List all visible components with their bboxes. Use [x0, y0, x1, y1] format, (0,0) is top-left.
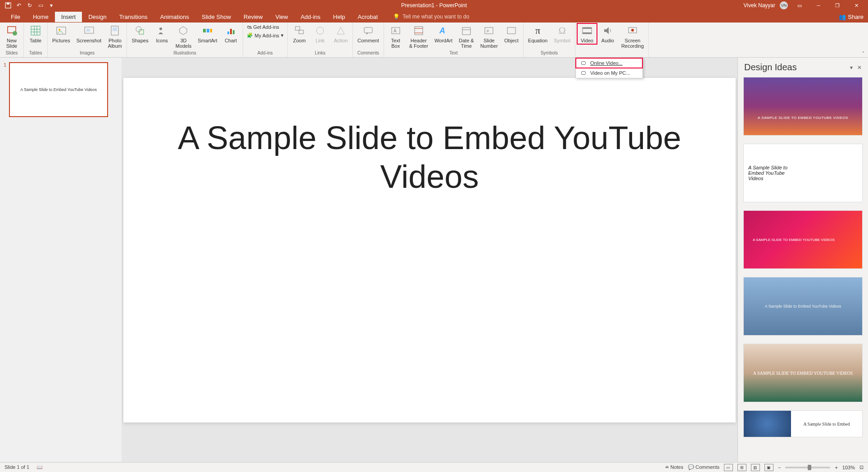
save-icon[interactable] — [5, 2, 12, 9]
tab-animations[interactable]: Animations — [154, 12, 195, 22]
panel-close-icon[interactable]: ✕ — [857, 64, 862, 71]
collapse-ribbon-icon[interactable]: ˄ — [862, 51, 864, 56]
tab-insert[interactable]: Insert — [55, 12, 82, 22]
icons-button[interactable]: Icons — [152, 23, 172, 44]
maximize-icon[interactable]: ❐ — [830, 0, 845, 11]
screenshot-button[interactable]: Screenshot — [74, 23, 104, 44]
zoom-out-button[interactable]: − — [778, 465, 781, 470]
smartart-button[interactable]: SmartArt — [195, 23, 220, 44]
online-video-item[interactable]: 🖵 Online Video... — [576, 58, 642, 68]
share-button[interactable]: 👥 Share — [839, 14, 863, 20]
svg-marker-30 — [366, 33, 368, 35]
object-button[interactable]: Object — [502, 23, 521, 44]
fit-to-window-button[interactable]: ⊡ — [859, 464, 863, 470]
pictures-icon — [55, 24, 68, 37]
slide-number-button[interactable]: #Slide Number — [478, 23, 501, 50]
tab-review[interactable]: Review — [237, 12, 269, 22]
photo-album-label: Photo Album — [108, 38, 122, 49]
comment-button[interactable]: Comment — [355, 23, 382, 44]
design-idea-4[interactable]: A Sample Slide to Embed YouTube Videos — [743, 277, 863, 336]
slide-canvas-area[interactable]: A Sample Slide to Embed YouTube Videos — [122, 58, 737, 462]
design-idea-5[interactable]: A SAMPLE SLIDE TO EMBED YOUTUBE VIDEOS — [743, 344, 863, 402]
slide-canvas[interactable]: A Sample Slide to Embed YouTube Videos — [123, 78, 736, 422]
undo-icon[interactable]: ↶ — [15, 2, 23, 9]
svg-text:A: A — [393, 28, 397, 33]
design-idea-6[interactable]: A Sample Slide to Embed — [743, 410, 863, 437]
text-box-button[interactable]: AText Box — [386, 23, 406, 50]
slideshow-view-button[interactable]: ▣ — [764, 464, 773, 471]
design-idea-3[interactable]: A SAMPLE SLIDE TO EMBED YOUTUBE VIDEOS — [743, 210, 863, 269]
symbol-button[interactable]: ΩSymbol — [551, 23, 573, 44]
symbol-label: Symbol — [554, 38, 570, 43]
tab-slideshow[interactable]: Slide Show — [195, 12, 237, 22]
reading-view-button[interactable]: ▥ — [751, 464, 760, 471]
user-name[interactable]: Vivek Nayyar — [744, 2, 775, 9]
video-button[interactable]: Video — [577, 23, 597, 44]
tab-transitions[interactable]: Transitions — [113, 12, 154, 22]
panel-menu-icon[interactable]: ▾ — [850, 64, 853, 71]
notes-button[interactable]: ≐ Notes — [665, 464, 683, 470]
sorter-view-button[interactable]: ⊞ — [737, 464, 746, 471]
new-slide-button[interactable]: New Slide — [2, 23, 22, 50]
close-icon[interactable]: ✕ — [849, 0, 863, 11]
screen-recording-icon — [626, 24, 639, 37]
tab-acrobat[interactable]: Acrobat — [352, 12, 384, 22]
link-icon — [314, 24, 326, 37]
screen-recording-label: Screen Recording — [621, 38, 644, 49]
tell-me-search[interactable]: 💡 Tell me what you want to do — [393, 14, 469, 20]
slide-thumbnails-panel[interactable]: 1 A Sample Slide to Embed YouTube Videos — [0, 58, 122, 462]
date-time-button[interactable]: Date & Time — [456, 23, 477, 50]
tab-design[interactable]: Design — [82, 12, 113, 22]
spellcheck-icon[interactable]: 📖 — [36, 464, 43, 470]
zoom-button[interactable]: Zoom — [289, 23, 309, 44]
zoom-level[interactable]: 103% — [842, 465, 855, 470]
get-addins-button[interactable]: 🛍Get Add-ins — [245, 23, 285, 31]
tab-addins[interactable]: Add-ins — [294, 12, 327, 22]
minimize-icon[interactable]: ─ — [811, 0, 826, 11]
slide-counter[interactable]: Slide 1 of 1 — [5, 464, 29, 470]
group-addins: 🛍Get Add-ins 🧩My Add-ins ▾ Add-ins — [243, 23, 288, 57]
equation-label: Equation — [528, 38, 547, 43]
qat-more-icon[interactable]: ▾ — [48, 2, 55, 9]
slide-thumbnail-1[interactable]: A Sample Slide to Embed YouTube Videos — [9, 62, 108, 117]
zoom-in-button[interactable]: + — [835, 465, 837, 470]
comments-button[interactable]: 💬 Comments — [688, 464, 719, 470]
photo-album-button[interactable]: Photo Album — [105, 23, 125, 50]
zoom-slider[interactable] — [785, 467, 830, 468]
chart-button[interactable]: Chart — [221, 23, 241, 44]
action-button[interactable]: Action — [331, 23, 351, 44]
3d-models-icon — [177, 24, 190, 37]
slide-title-text[interactable]: A Sample Slide to Embed YouTube Videos — [154, 118, 705, 196]
svg-point-27 — [316, 27, 324, 34]
link-button[interactable]: Link — [310, 23, 330, 44]
normal-view-button[interactable]: ▭ — [724, 464, 733, 471]
svg-marker-28 — [337, 27, 344, 34]
tab-home[interactable]: Home — [27, 12, 55, 22]
table-button[interactable]: Table — [26, 23, 45, 44]
design-idea-2[interactable]: A Sample Slide to Embed YouTube Videos — [743, 144, 863, 202]
design-idea-1[interactable]: A SAMPLE SLIDE TO EMBED YOUTUBE VIDEOS — [743, 77, 863, 136]
3d-models-button[interactable]: 3D Models — [173, 23, 194, 50]
design-idea-4-text: A Sample Slide to Embed YouTube Videos — [765, 304, 841, 309]
equation-button[interactable]: πEquation — [525, 23, 550, 44]
design-ideas-list[interactable]: A SAMPLE SLIDE TO EMBED YOUTUBE VIDEOS A… — [738, 77, 868, 462]
group-illustrations-label: Illustrations — [129, 50, 240, 56]
zoom-handle[interactable] — [808, 465, 811, 470]
ribbon-display-icon[interactable]: ▭ — [792, 0, 807, 11]
wordart-button[interactable]: AWordArt — [432, 23, 455, 44]
video-on-pc-icon: 🖵 — [580, 70, 587, 76]
addins-icon: 🧩 — [247, 32, 253, 38]
header-footer-button[interactable]: Header & Footer — [407, 23, 431, 50]
pictures-button[interactable]: Pictures — [50, 23, 73, 44]
shapes-button[interactable]: Shapes — [129, 23, 151, 44]
my-addins-button[interactable]: 🧩My Add-ins ▾ — [245, 32, 285, 39]
audio-button[interactable]: Audio — [598, 23, 618, 44]
avatar[interactable]: VN — [780, 1, 788, 9]
tab-file[interactable]: File — [5, 12, 27, 22]
tab-help[interactable]: Help — [327, 12, 352, 22]
screen-recording-button[interactable]: Screen Recording — [619, 23, 646, 50]
tab-view[interactable]: View — [269, 12, 294, 22]
video-on-pc-item[interactable]: 🖵 Video on My PC... — [576, 68, 642, 78]
present-icon[interactable]: ▭ — [37, 2, 44, 9]
redo-icon[interactable]: ↻ — [26, 2, 33, 9]
